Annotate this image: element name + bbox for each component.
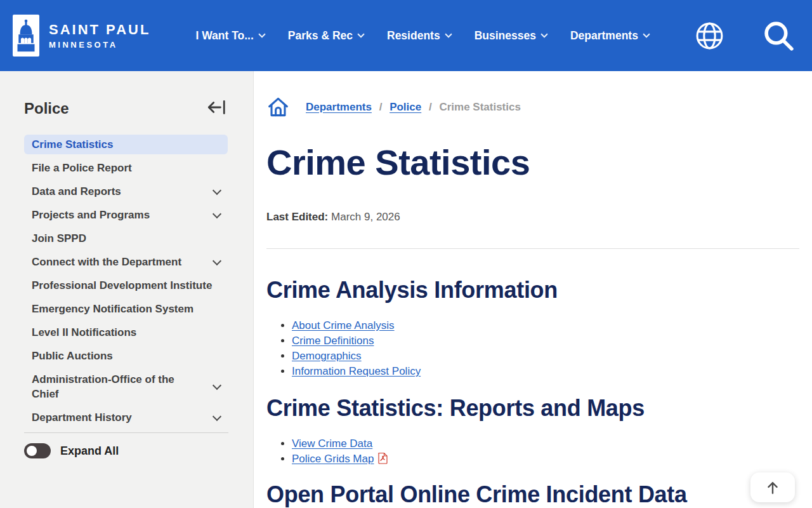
nav-label: I Want To... — [195, 29, 253, 43]
chevron-down-icon — [357, 30, 364, 37]
page: SAINT PAUL MINNESOTA I Want To... Parks … — [0, 0, 812, 508]
sidebar-item-public-auctions[interactable]: Public Auctions — [24, 346, 228, 366]
link-information-request-policy[interactable]: Information Request Policy — [292, 365, 421, 377]
sidebar-item-level-ii-notifications[interactable]: Level II Notifications — [24, 323, 228, 342]
link-about-crime-analysis[interactable]: About Crime Analysis — [292, 319, 395, 331]
sidebar-item-label: Projects and Programs — [32, 209, 150, 221]
breadcrumb-separator: / — [429, 101, 432, 113]
nav-item-residents[interactable]: Residents — [387, 29, 451, 43]
chevron-down-icon — [213, 411, 221, 420]
crime-analysis-link-list: About Crime Analysis Crime Definitions D… — [266, 318, 799, 379]
sidebar-item-connect-with-the-department[interactable]: Connect with the Department — [24, 252, 228, 272]
nav-item-businesses[interactable]: Businesses — [475, 29, 547, 43]
chevron-down-icon — [213, 209, 221, 218]
main-nav: I Want To... Parks & Rec Residents Busin… — [195, 29, 648, 43]
pdf-icon — [377, 452, 388, 469]
list-item: Demographics — [292, 349, 799, 364]
sidebar-item-label: Connect with the Department — [32, 256, 181, 268]
chevron-down-icon — [540, 30, 547, 37]
scroll-to-top-button[interactable] — [750, 472, 795, 502]
nav-label: Businesses — [475, 29, 536, 43]
section-heading-open-portal: Open Portal Online Crime Incident Data — [266, 481, 799, 508]
last-edited-date: March 9, 2026 — [331, 211, 400, 223]
link-demographics[interactable]: Demographics — [292, 350, 362, 362]
arrow-up-icon — [764, 479, 781, 496]
chevron-down-icon — [213, 256, 221, 265]
list-item: Crime Definitions — [292, 333, 799, 349]
sidebar-item-file-a-police-report[interactable]: File a Police Report — [24, 158, 228, 178]
page-title: Crime Statistics — [266, 142, 799, 183]
sidebar-item-label: Administration-Office of the Chief — [32, 373, 174, 400]
sidebar-item-label: Department History — [32, 411, 132, 424]
sidebar-item-administration-office-of-the-chief[interactable]: Administration-Office of the Chief — [24, 370, 228, 404]
sidebar-item-label: Data and Reports — [32, 185, 121, 197]
top-navigation-bar: SAINT PAUL MINNESOTA I Want To... Parks … — [0, 0, 812, 71]
last-edited-label: Last Edited: — [266, 211, 328, 223]
expand-all-row: Expand All — [24, 443, 228, 458]
sidebar-item-data-and-reports[interactable]: Data and Reports — [24, 182, 228, 201]
sidebar-collapse-icon[interactable] — [205, 97, 228, 120]
breadcrumb-link-departments[interactable]: Departments — [306, 101, 372, 113]
breadcrumb-link-police[interactable]: Police — [390, 101, 421, 113]
sidebar-item-projects-and-programs[interactable]: Projects and Programs — [24, 205, 228, 225]
section-heading-crime-analysis-information: Crime Analysis Information — [266, 277, 799, 304]
nav-label: Departments — [570, 29, 638, 43]
sidebar-item-department-history[interactable]: Department History — [24, 408, 228, 427]
expand-all-label: Expand All — [60, 444, 119, 458]
capitol-building-icon — [13, 15, 39, 57]
toggle-knob — [27, 446, 37, 456]
link-view-crime-data[interactable]: View Crime Data — [292, 438, 372, 450]
sidebar-item-emergency-notification-system[interactable]: Emergency Notification System — [24, 299, 228, 319]
breadcrumb: Departments / Police / Crime Statistics — [266, 95, 799, 119]
section-heading-reports-and-maps: Crime Statistics: Reports and Maps — [266, 395, 799, 422]
last-edited: Last Edited: March 9, 2026 March 9, 2026 — [266, 211, 799, 224]
home-icon[interactable] — [266, 95, 290, 119]
expand-all-toggle[interactable] — [24, 443, 51, 458]
nav-item-i-want-to[interactable]: I Want To... — [195, 29, 264, 43]
chevron-down-icon — [213, 381, 221, 390]
breadcrumb-current: Crime Statistics — [439, 101, 521, 113]
chevron-down-icon — [445, 30, 452, 37]
link-police-grids-map[interactable]: Police Grids Map — [292, 453, 374, 465]
logo-state-name: MINNESOTA — [49, 40, 150, 50]
list-item: About Crime Analysis — [292, 318, 799, 333]
logo-text: SAINT PAUL MINNESOTA — [49, 22, 150, 50]
logo-city-name: SAINT PAUL — [49, 22, 150, 38]
nav-label: Residents — [387, 29, 440, 43]
chevron-down-icon — [258, 30, 265, 37]
chevron-down-icon — [643, 30, 650, 37]
list-item: Police Grids Map — [292, 451, 799, 469]
content-divider — [266, 248, 799, 249]
main-content: Departments / Police / Crime Statistics … — [254, 71, 812, 508]
link-crime-definitions[interactable]: Crime Definitions — [292, 335, 374, 347]
list-item: Information Request Policy — [292, 364, 799, 379]
site-logo[interactable]: SAINT PAUL MINNESOTA — [13, 15, 150, 57]
nav-item-parks-and-rec[interactable]: Parks & Rec — [288, 29, 363, 43]
sidebar-item-crime-statistics[interactable]: Crime Statistics — [24, 135, 228, 154]
language-globe-icon[interactable] — [694, 20, 725, 51]
list-item: View Crime Data — [292, 436, 799, 451]
nav-item-departments[interactable]: Departments — [570, 29, 649, 43]
header-icon-group — [694, 19, 796, 53]
breadcrumb-separator: / — [379, 101, 383, 113]
chevron-down-icon — [213, 185, 221, 194]
sidebar-item-join-sppd[interactable]: Join SPPD — [24, 229, 228, 248]
sidebar: Police Crime Statistics File a Police Re… — [0, 71, 254, 508]
sidebar-item-professional-development-institute[interactable]: Professional Development Institute — [24, 276, 228, 295]
sidebar-divider — [24, 432, 228, 433]
sidebar-menu: Crime Statistics File a Police Report Da… — [24, 135, 228, 427]
reports-and-maps-link-list: View Crime Data Police Grids Map — [266, 436, 799, 469]
search-icon[interactable] — [762, 19, 796, 53]
nav-label: Parks & Rec — [288, 29, 353, 43]
sidebar-title: Police — [24, 100, 69, 117]
